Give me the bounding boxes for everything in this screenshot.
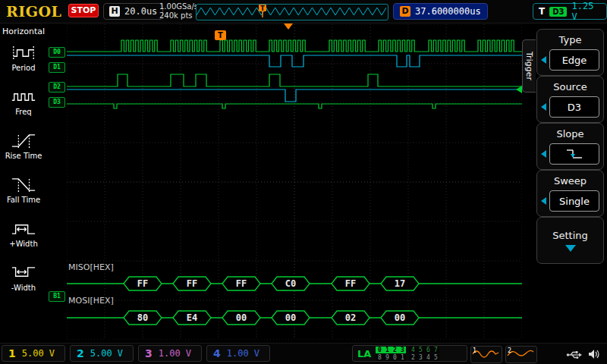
trigger-menu-item-source[interactable]: SourceD3 [536, 76, 604, 123]
channel-number: 1 [8, 347, 16, 359]
la-channel-cell: 2 [409, 354, 417, 361]
preview-trigger-marker[interactable]: T [259, 5, 266, 17]
la-channel-cell: 1 [398, 354, 406, 361]
trigger-level-marker-icon[interactable] [516, 86, 522, 93]
channel-4-status[interactable]: 41.00 V [206, 345, 270, 362]
menu-item-label: Type [559, 34, 582, 46]
trigger-menu-item-setting[interactable]: Setting [536, 217, 604, 264]
la-channel-cell: 7 [432, 347, 439, 353]
menu-item-label: Source [553, 81, 587, 93]
fall-time-icon [11, 176, 36, 193]
la-channel-indicators: 01234567 89012345 [376, 347, 439, 361]
svg-text:T: T [260, 5, 265, 12]
trigger-menu-tab[interactable]: Trigger [522, 39, 536, 93]
left-menu-item-rise-time[interactable]: Rise Time [5, 132, 42, 160]
left-menu-item-width[interactable]: +Width [5, 220, 42, 248]
la-channel-cell: 5 [417, 347, 424, 353]
la-channel-cell: 0 [376, 347, 383, 353]
plus-width-icon [11, 220, 36, 237]
la-channel-cell: 4 [409, 347, 417, 353]
trigger-menu-item-slope[interactable]: Slope [536, 123, 604, 170]
digital-channel-badge-d3[interactable]: D3 [49, 97, 65, 108]
waveform-preview-bar[interactable]: T [196, 4, 388, 20]
trigger-badge: T [539, 6, 545, 17]
bus-byte-value: 00 [395, 312, 405, 323]
menu-item-value: Edge [549, 49, 599, 71]
menu-item-label: Setting [552, 230, 588, 241]
left-menu-item-period[interactable]: Period [5, 44, 42, 72]
menu-item-value: Single [549, 190, 599, 212]
la-channel-cell: 8 [376, 354, 383, 361]
horizontal-status[interactable]: H 20.0us [103, 3, 163, 20]
digital-channel-badge-d0[interactable]: D0 [49, 47, 65, 58]
channel-2-status[interactable]: 25.00 V [70, 345, 134, 362]
la-channel-cell: 9 [383, 354, 391, 361]
freq-icon [11, 88, 36, 105]
bus-byte-value: E4 [187, 312, 197, 323]
trigger-menu-item-type[interactable]: TypeEdge [536, 29, 604, 76]
dropdown-arrow-icon [565, 245, 576, 252]
channel-number: 3 [145, 347, 153, 359]
preview-waveform: T [197, 5, 386, 18]
left-menu-item-label: Freq [15, 108, 31, 116]
la-channel-cell: 3 [398, 347, 406, 353]
channel-number: 4 [213, 347, 221, 359]
bus-byte-value: 00 [236, 312, 247, 323]
trigger-source-thumbnail-2[interactable]: 2 [505, 346, 537, 363]
left-menu-item-freq[interactable]: Freq [5, 88, 42, 116]
delay-value: 37.6000000us [415, 6, 481, 17]
la-channel-cell: 0 [391, 354, 398, 361]
la-channel-cell: 3 [417, 354, 424, 361]
trigger-source-thumbnail-1[interactable]: 1 [470, 346, 502, 363]
falling-edge-icon [565, 148, 583, 160]
delay-status[interactable]: D 37.6000000us [393, 3, 488, 20]
channel-scale: 5.00 V [90, 348, 123, 359]
bus-badge-b1[interactable]: B1 [49, 291, 65, 302]
bottom-status-bar: 15.00 V25.00 V31.00 V41.00 V LA 01234567… [0, 343, 607, 364]
usb-icon[interactable] [566, 349, 583, 363]
trigger-flag[interactable]: T [215, 30, 226, 40]
left-menu-item-label: Fall Time [7, 196, 40, 204]
bus-byte-value: 02 [345, 312, 356, 323]
channel-3-status[interactable]: 31.00 V [138, 345, 202, 362]
waveform-grid: MISO[HEX]FFFFFFC0FF17MOSI[HEX]80E4000002… [67, 24, 522, 340]
select-arrow-icon [541, 103, 546, 111]
waveform-display: MISO[HEX]FFFFFFC0FF17MOSI[HEX]80E4000002… [47, 23, 522, 343]
channel-scale: 5.00 V [22, 348, 55, 359]
run-state-badge[interactable]: STOP [68, 4, 99, 17]
digital-channel-badge-d2[interactable]: D2 [49, 82, 65, 93]
logic-analyzer-status[interactable]: LA 01234567 89012345 [352, 345, 467, 362]
minus-width-icon [11, 264, 36, 281]
speaker-icon[interactable] [587, 348, 601, 363]
top-bar: RIGOL STOP H 20.0us 1.00GSa/s 240k pts T… [0, 0, 607, 24]
left-menu-item-width[interactable]: -Width [5, 264, 42, 292]
sample-rate: 1.00GSa/s [159, 2, 198, 11]
bus-byte-value: FF [137, 278, 148, 289]
channel-number: 2 [77, 347, 84, 359]
menu-item-value: D3 [549, 96, 599, 118]
left-menu-item-fall-time[interactable]: Fall Time [5, 176, 42, 204]
bus-byte-value: 17 [395, 278, 405, 289]
bus-byte-value: 80 [137, 312, 148, 323]
bus-byte-value: FF [187, 278, 197, 289]
left-menu-item-label: -Width [11, 284, 36, 292]
menu-item-label: Slope [556, 128, 583, 140]
graticule [67, 24, 522, 340]
menu-item-value [549, 143, 599, 165]
left-menu-item-label: +Width [9, 240, 37, 248]
trigger-status[interactable]: T D3 1.25 V [533, 3, 607, 20]
select-arrow-icon [541, 56, 546, 64]
bus-byte-value: 00 [285, 312, 296, 323]
digital-channel-badge-d1[interactable]: D1 [49, 62, 65, 73]
la-channel-cell: 2 [391, 347, 398, 353]
la-channel-cell: 6 [424, 347, 432, 353]
la-channel-cell: 4 [424, 354, 432, 361]
trigger-menu: TypeEdgeSourceD3SlopeSweepSingleSetting [535, 27, 605, 341]
channel-scale: 1.00 V [227, 348, 259, 359]
trigger-menu-item-sweep[interactable]: SweepSingle [536, 170, 604, 217]
select-arrow-icon [541, 150, 546, 158]
la-label: LA [357, 348, 371, 359]
trigger-position-marker-icon[interactable] [284, 24, 293, 30]
channel-1-status[interactable]: 15.00 V [2, 345, 65, 362]
bus-byte-value: C0 [285, 278, 296, 289]
